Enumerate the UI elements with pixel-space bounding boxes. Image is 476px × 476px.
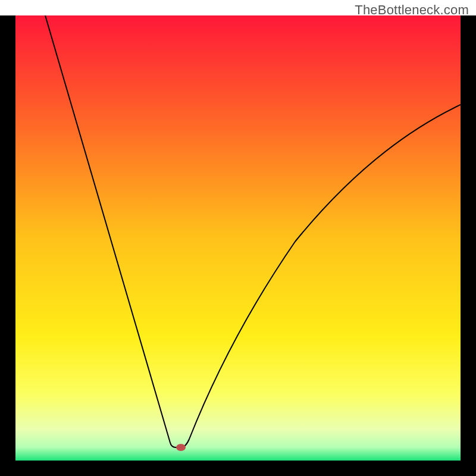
watermark-text: TheBottleneck.com — [355, 2, 469, 18]
chart-svg — [15, 15, 461, 461]
chart-background — [15, 15, 461, 461]
chart-frame — [0, 15, 476, 476]
chart-plot-area — [15, 15, 461, 461]
min-point-marker — [176, 444, 186, 451]
